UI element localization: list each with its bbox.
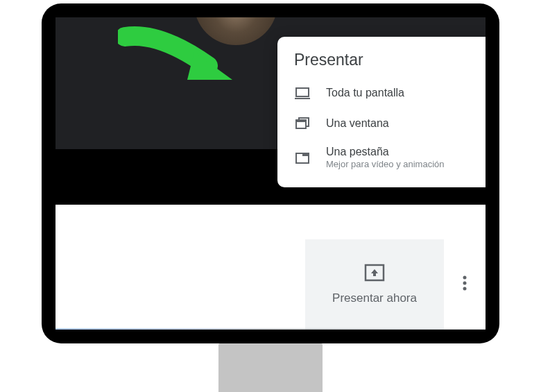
svg-rect-1 (296, 120, 306, 122)
svg-point-5 (463, 282, 467, 285)
present-option-tab[interactable]: Una pestaña Mejor para vídeo y animación (277, 139, 486, 176)
present-now-button[interactable]: Presentar ahora (305, 239, 444, 330)
svg-point-4 (463, 276, 467, 280)
tab-icon (294, 149, 311, 166)
monitor-stand (218, 343, 323, 392)
bottom-toolbar: Presentar ahora (55, 239, 486, 330)
svg-point-6 (463, 287, 467, 291)
present-option-label: Una ventana (326, 117, 389, 130)
present-option-window[interactable]: Una ventana (277, 108, 486, 139)
window-icon (294, 115, 311, 132)
present-option-label: Una pestaña (326, 146, 445, 158)
present-popup: Presentar Toda tu pantalla Una ventana (277, 37, 486, 187)
monitor-frame: Presentar Toda tu pantalla Una ventana (42, 3, 499, 343)
present-now-label: Presentar ahora (332, 291, 417, 305)
screen: Presentar Toda tu pantalla Una ventana (55, 17, 486, 330)
present-option-entire-screen[interactable]: Toda tu pantalla (277, 78, 486, 108)
monitor-icon (294, 85, 311, 101)
present-option-label: Toda tu pantalla (326, 87, 404, 99)
more-options-button[interactable] (444, 239, 486, 330)
participant-avatar (194, 17, 277, 45)
bottom-separator (55, 328, 486, 330)
present-option-subtitle: Mejor para vídeo y animación (326, 159, 445, 169)
more-vertical-icon (463, 275, 467, 294)
present-screen-icon (364, 264, 385, 284)
present-popup-title: Presentar (277, 51, 486, 78)
